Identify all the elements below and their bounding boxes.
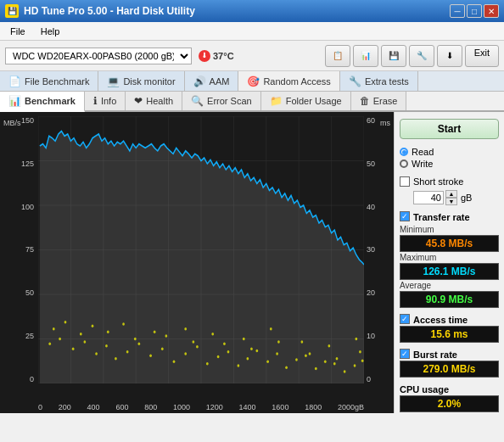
transfer-rate-item: ✓ Transfer rate bbox=[400, 210, 499, 222]
svg-point-67 bbox=[211, 333, 214, 335]
x-1800: 1800 bbox=[305, 403, 322, 411]
svg-point-45 bbox=[324, 361, 327, 364]
minimum-label: Minimum bbox=[400, 225, 499, 234]
y-right-0: 0 bbox=[367, 375, 392, 383]
svg-point-68 bbox=[243, 338, 245, 341]
y-right-60: 60 bbox=[367, 116, 392, 125]
app-icon: 💾 bbox=[5, 4, 19, 18]
svg-point-58 bbox=[277, 340, 280, 344]
radio-read[interactable]: Read bbox=[400, 147, 499, 157]
menu-file[interactable]: File bbox=[7, 25, 29, 37]
minimize-button[interactable]: ─ bbox=[450, 4, 465, 18]
y-left-75: 75 bbox=[2, 245, 34, 254]
svg-point-57 bbox=[250, 347, 253, 350]
short-stroke-label: Short stroke bbox=[413, 176, 463, 187]
svg-point-42 bbox=[295, 358, 298, 361]
y-right-30: 30 bbox=[367, 245, 392, 254]
svg-point-69 bbox=[270, 327, 272, 331]
temperature-display: 🌡 37°C bbox=[199, 50, 234, 62]
y-axis-left: 150 125 100 75 50 25 0 bbox=[2, 116, 34, 383]
drive-select[interactable]: WDC WD20EARX-00PASB0 (2000 gB) bbox=[5, 48, 192, 64]
svg-point-52 bbox=[107, 331, 109, 334]
tabs-top: 📄 File Benchmark 💻 Disk monitor 🔊 AAM 🎯 … bbox=[0, 71, 504, 92]
maximum-label: Maximum bbox=[400, 253, 499, 262]
maximize-button[interactable]: □ bbox=[467, 4, 482, 18]
access-time-checkbox[interactable]: ✓ bbox=[400, 314, 410, 324]
access-time-item: ✓ Access time bbox=[400, 312, 499, 325]
svg-point-36 bbox=[238, 364, 240, 367]
close-button[interactable]: ✕ bbox=[484, 4, 499, 18]
x-1400: 1400 bbox=[239, 403, 256, 411]
x-1000: 1000 bbox=[173, 403, 190, 411]
access-time-section: ✓ Access time 15.6 ms bbox=[400, 312, 499, 343]
tab-extra-tests[interactable]: 🔧 Extra tests bbox=[340, 71, 418, 91]
thermometer-icon: 🌡 bbox=[199, 50, 210, 62]
info-icon: ℹ bbox=[93, 95, 98, 107]
toolbar-btn-2[interactable]: 📊 bbox=[353, 45, 378, 67]
start-button[interactable]: Start bbox=[400, 119, 499, 139]
radio-write[interactable]: Write bbox=[400, 159, 499, 169]
right-panel: Start Read Write Short stroke 40 ▲ ▼ bbox=[394, 112, 504, 413]
exit-button[interactable]: Exit bbox=[465, 45, 499, 67]
tab-erase[interactable]: 🗑 Erase bbox=[351, 92, 407, 110]
gb-input-group: 40 ▲ ▼ gB bbox=[413, 190, 499, 205]
menu-help[interactable]: Help bbox=[37, 25, 64, 37]
chart-area: MB/s ms 150 125 100 75 50 25 0 60 50 40 … bbox=[0, 112, 394, 413]
write-label: Write bbox=[412, 159, 433, 169]
extra-tests-icon: 🔧 bbox=[349, 76, 361, 87]
tab-aam[interactable]: 🔊 AAM bbox=[185, 71, 239, 91]
y-left-25: 25 bbox=[2, 332, 34, 340]
minimum-value: 45.8 MB/s bbox=[400, 235, 499, 252]
svg-point-25 bbox=[115, 357, 117, 361]
tab-info[interactable]: ℹ Info bbox=[85, 92, 126, 110]
x-600: 600 bbox=[115, 403, 128, 411]
gb-spin-up[interactable]: ▲ bbox=[445, 190, 457, 198]
svg-point-59 bbox=[309, 352, 311, 355]
tab-disk-monitor[interactable]: 💻 Disk monitor bbox=[98, 71, 184, 91]
svg-point-44 bbox=[315, 367, 317, 371]
svg-point-70 bbox=[300, 340, 303, 344]
transfer-rate-checkbox[interactable]: ✓ bbox=[400, 211, 410, 221]
svg-point-71 bbox=[328, 344, 330, 348]
write-radio-button[interactable] bbox=[400, 159, 408, 168]
tab-folder-usage[interactable]: 📁 Folder Usage bbox=[261, 92, 351, 110]
error-scan-icon: 🔍 bbox=[191, 95, 204, 107]
menu-bar: File Help bbox=[0, 22, 504, 41]
svg-point-55 bbox=[192, 340, 194, 344]
svg-point-50 bbox=[53, 327, 55, 331]
svg-point-28 bbox=[149, 355, 152, 358]
svg-point-22 bbox=[83, 340, 86, 344]
short-stroke-checkbox[interactable] bbox=[400, 176, 410, 187]
title-bar: 💾 HD Tune Pro 5.00 - Hard Disk Utility ─… bbox=[0, 0, 504, 22]
toolbar-btn-3[interactable]: 💾 bbox=[381, 45, 406, 67]
svg-point-49 bbox=[361, 359, 364, 362]
tab-benchmark[interactable]: 📊 Benchmark bbox=[0, 92, 85, 112]
tab-health[interactable]: ❤ Health bbox=[126, 92, 182, 110]
tab-error-scan[interactable]: 🔍 Error Scan bbox=[182, 92, 261, 110]
gb-spinners: ▲ ▼ bbox=[445, 190, 457, 205]
y-right-40: 40 bbox=[367, 203, 392, 211]
toolbar-btn-5[interactable]: ⬇ bbox=[437, 45, 462, 67]
tab-file-benchmark[interactable]: 📄 File Benchmark bbox=[0, 71, 98, 91]
svg-point-21 bbox=[72, 347, 75, 350]
read-radio-button[interactable] bbox=[400, 148, 408, 156]
burst-rate-value: 279.0 MB/s bbox=[400, 361, 499, 378]
toolbar-btn-4[interactable]: 🔧 bbox=[409, 45, 434, 67]
svg-point-24 bbox=[105, 344, 108, 348]
random-access-icon: 🎯 bbox=[247, 76, 260, 87]
toolbar-btn-1[interactable]: 📋 bbox=[325, 45, 350, 67]
svg-point-66 bbox=[184, 327, 187, 331]
svg-point-60 bbox=[336, 357, 339, 361]
radio-group: Read Write bbox=[400, 147, 499, 169]
svg-point-31 bbox=[184, 352, 187, 355]
transfer-rate-section: ✓ Transfer rate Minimum 45.8 MB/s Maximu… bbox=[400, 210, 499, 308]
svg-point-62 bbox=[64, 321, 67, 324]
gb-spin-down[interactable]: ▼ bbox=[445, 198, 457, 205]
aam-icon: 🔊 bbox=[193, 76, 206, 87]
gb-input[interactable]: 40 bbox=[413, 191, 444, 204]
svg-point-72 bbox=[355, 338, 357, 341]
burst-rate-checkbox[interactable]: ✓ bbox=[400, 349, 410, 359]
svg-point-41 bbox=[285, 366, 288, 370]
tab-random-access[interactable]: 🎯 Random Access bbox=[238, 71, 339, 91]
svg-point-40 bbox=[276, 352, 278, 355]
